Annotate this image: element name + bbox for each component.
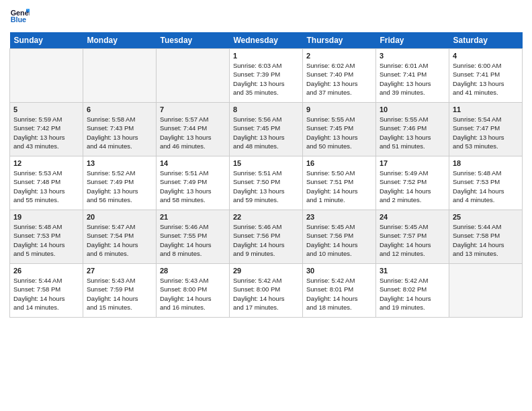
day-cell: 28Sunrise: 5:43 AM Sunset: 8:00 PM Dayli… (157, 264, 230, 318)
day-info: Sunrise: 5:48 AM Sunset: 7:53 PM Dayligh… (13, 222, 79, 258)
day-cell: 20Sunrise: 5:47 AM Sunset: 7:54 PM Dayli… (83, 210, 157, 264)
day-cell: 13Sunrise: 5:52 AM Sunset: 7:49 PM Dayli… (83, 156, 157, 210)
header: General Blue (9, 7, 523, 27)
header-tuesday: Tuesday (157, 32, 230, 49)
day-cell: 14Sunrise: 5:51 AM Sunset: 7:49 PM Dayli… (157, 156, 230, 210)
day-cell: 3Sunrise: 6:01 AM Sunset: 7:41 PM Daylig… (376, 49, 449, 103)
day-info: Sunrise: 5:56 AM Sunset: 7:45 PM Dayligh… (233, 115, 299, 150)
day-number: 17 (380, 159, 445, 167)
header-friday: Friday (376, 32, 449, 49)
day-info: Sunrise: 5:48 AM Sunset: 7:53 PM Dayligh… (453, 169, 519, 204)
day-cell: 2Sunrise: 6:02 AM Sunset: 7:40 PM Daylig… (303, 49, 376, 103)
day-info: Sunrise: 5:57 AM Sunset: 7:44 PM Dayligh… (160, 115, 226, 150)
day-cell: 6Sunrise: 5:58 AM Sunset: 7:43 PM Daylig… (83, 103, 157, 156)
day-info: Sunrise: 5:47 AM Sunset: 7:54 PM Dayligh… (87, 222, 152, 258)
day-info: Sunrise: 5:52 AM Sunset: 7:49 PM Dayligh… (87, 169, 152, 204)
day-info: Sunrise: 5:43 AM Sunset: 8:00 PM Dayligh… (160, 276, 226, 312)
day-info: Sunrise: 5:42 AM Sunset: 8:00 PM Dayligh… (233, 276, 299, 312)
day-info: Sunrise: 6:03 AM Sunset: 7:39 PM Dayligh… (233, 61, 299, 97)
calendar-table: SundayMondayTuesdayWednesdayThursdayFrid… (9, 32, 523, 318)
day-info: Sunrise: 5:58 AM Sunset: 7:43 PM Dayligh… (87, 115, 152, 150)
day-number: 19 (13, 213, 79, 221)
day-info: Sunrise: 5:44 AM Sunset: 7:58 PM Dayligh… (13, 276, 79, 312)
day-info: Sunrise: 5:42 AM Sunset: 8:01 PM Dayligh… (306, 276, 372, 312)
day-cell: 29Sunrise: 5:42 AM Sunset: 8:00 PM Dayli… (230, 264, 303, 318)
day-info: Sunrise: 5:46 AM Sunset: 7:56 PM Dayligh… (233, 222, 299, 258)
day-info: Sunrise: 5:45 AM Sunset: 7:56 PM Dayligh… (306, 222, 372, 258)
day-number: 1 (233, 52, 299, 60)
header-row: SundayMondayTuesdayWednesdayThursdayFrid… (10, 32, 523, 49)
day-number: 20 (87, 213, 152, 221)
day-cell: 17Sunrise: 5:49 AM Sunset: 7:52 PM Dayli… (376, 156, 449, 210)
day-cell: 23Sunrise: 5:45 AM Sunset: 7:56 PM Dayli… (303, 210, 376, 264)
day-cell: 9Sunrise: 5:55 AM Sunset: 7:45 PM Daylig… (303, 103, 376, 156)
day-cell: 11Sunrise: 5:54 AM Sunset: 7:47 PM Dayli… (449, 103, 523, 156)
header-sunday: Sunday (10, 32, 83, 49)
day-cell: 31Sunrise: 5:42 AM Sunset: 8:02 PM Dayli… (376, 264, 449, 318)
day-cell: 12Sunrise: 5:53 AM Sunset: 7:48 PM Dayli… (10, 156, 83, 210)
svg-text:Blue: Blue (11, 15, 26, 24)
day-number: 22 (233, 213, 299, 221)
page-container: General Blue SundayMondayTuesdayWednesda… (0, 0, 532, 324)
day-number: 15 (233, 159, 299, 167)
day-number: 9 (306, 105, 372, 113)
day-number: 23 (306, 213, 372, 221)
day-cell: 25Sunrise: 5:44 AM Sunset: 7:58 PM Dayli… (449, 210, 523, 264)
day-cell: 1Sunrise: 6:03 AM Sunset: 7:39 PM Daylig… (230, 49, 303, 103)
day-number: 31 (380, 267, 445, 275)
week-row-1: 1Sunrise: 6:03 AM Sunset: 7:39 PM Daylig… (10, 49, 523, 103)
header-monday: Monday (83, 32, 157, 49)
day-cell: 24Sunrise: 5:45 AM Sunset: 7:57 PM Dayli… (376, 210, 449, 264)
day-info: Sunrise: 5:55 AM Sunset: 7:46 PM Dayligh… (380, 115, 445, 150)
day-number: 10 (380, 105, 445, 113)
day-info: Sunrise: 6:01 AM Sunset: 7:41 PM Dayligh… (380, 61, 445, 97)
day-info: Sunrise: 5:46 AM Sunset: 7:55 PM Dayligh… (160, 222, 226, 258)
day-info: Sunrise: 5:42 AM Sunset: 8:02 PM Dayligh… (380, 276, 445, 312)
day-number: 27 (87, 267, 152, 275)
day-number: 26 (13, 267, 79, 275)
day-number: 11 (453, 105, 519, 113)
day-number: 16 (306, 159, 372, 167)
day-info: Sunrise: 5:49 AM Sunset: 7:52 PM Dayligh… (380, 169, 445, 204)
day-number: 8 (233, 105, 299, 113)
day-number: 4 (453, 52, 519, 60)
day-cell: 30Sunrise: 5:42 AM Sunset: 8:01 PM Dayli… (303, 264, 376, 318)
day-number: 30 (306, 267, 372, 275)
day-number: 2 (306, 52, 372, 60)
day-cell: 16Sunrise: 5:50 AM Sunset: 7:51 PM Dayli… (303, 156, 376, 210)
day-number: 14 (160, 159, 226, 167)
day-cell (83, 49, 157, 103)
day-cell: 18Sunrise: 5:48 AM Sunset: 7:53 PM Dayli… (449, 156, 523, 210)
day-cell: 8Sunrise: 5:56 AM Sunset: 7:45 PM Daylig… (230, 103, 303, 156)
day-info: Sunrise: 5:54 AM Sunset: 7:47 PM Dayligh… (453, 115, 519, 150)
day-info: Sunrise: 5:53 AM Sunset: 7:48 PM Dayligh… (13, 169, 79, 204)
day-cell (449, 264, 523, 318)
header-saturday: Saturday (449, 32, 523, 49)
day-number: 5 (13, 105, 79, 113)
day-info: Sunrise: 5:51 AM Sunset: 7:49 PM Dayligh… (160, 169, 226, 204)
day-cell: 26Sunrise: 5:44 AM Sunset: 7:58 PM Dayli… (10, 264, 83, 318)
day-cell: 10Sunrise: 5:55 AM Sunset: 7:46 PM Dayli… (376, 103, 449, 156)
day-cell: 27Sunrise: 5:43 AM Sunset: 7:59 PM Dayli… (83, 264, 157, 318)
day-number: 6 (87, 105, 152, 113)
day-info: Sunrise: 5:59 AM Sunset: 7:42 PM Dayligh… (13, 115, 79, 150)
day-number: 12 (13, 159, 79, 167)
day-number: 13 (87, 159, 152, 167)
day-cell: 19Sunrise: 5:48 AM Sunset: 7:53 PM Dayli… (10, 210, 83, 264)
day-number: 18 (453, 159, 519, 167)
day-number: 3 (380, 52, 445, 60)
day-info: Sunrise: 5:44 AM Sunset: 7:58 PM Dayligh… (453, 222, 519, 258)
day-info: Sunrise: 5:55 AM Sunset: 7:45 PM Dayligh… (306, 115, 372, 150)
day-info: Sunrise: 6:02 AM Sunset: 7:40 PM Dayligh… (306, 61, 372, 97)
day-cell: 15Sunrise: 5:51 AM Sunset: 7:50 PM Dayli… (230, 156, 303, 210)
day-number: 7 (160, 105, 226, 113)
day-number: 25 (453, 213, 519, 221)
week-row-2: 5Sunrise: 5:59 AM Sunset: 7:42 PM Daylig… (10, 103, 523, 156)
logo-icon: General Blue (9, 7, 30, 27)
day-info: Sunrise: 5:43 AM Sunset: 7:59 PM Dayligh… (87, 276, 152, 312)
day-cell: 22Sunrise: 5:46 AM Sunset: 7:56 PM Dayli… (230, 210, 303, 264)
day-number: 21 (160, 213, 226, 221)
day-info: Sunrise: 5:51 AM Sunset: 7:50 PM Dayligh… (233, 169, 299, 204)
day-number: 24 (380, 213, 445, 221)
day-cell: 21Sunrise: 5:46 AM Sunset: 7:55 PM Dayli… (157, 210, 230, 264)
